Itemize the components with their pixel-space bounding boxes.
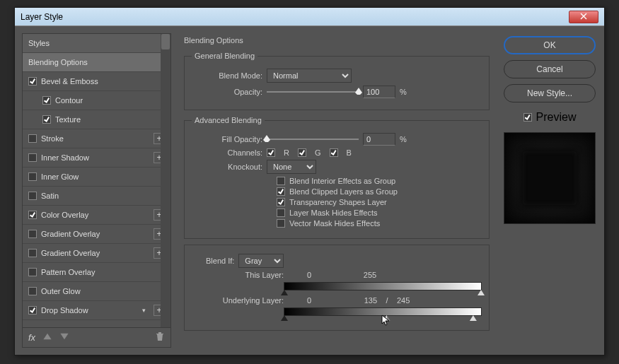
move-down-icon[interactable] [59, 331, 69, 344]
advanced-legend: Advanced Blending [192, 116, 265, 124]
underlying-low: 0 [288, 296, 330, 305]
transparency-shapes-label: Transparency Shapes Layer [289, 198, 387, 206]
style-item-drop-shadow[interactable]: Drop Shadow▾+ [23, 301, 170, 320]
style-label: Pattern Overlay [41, 268, 165, 276]
preview-swatch [504, 132, 596, 224]
style-label: Contour [55, 96, 165, 105]
blend-if-select[interactable]: Gray [238, 254, 284, 268]
style-checkbox[interactable] [28, 134, 37, 143]
channels-label: Channels: [192, 148, 262, 157]
underlying-white-stop[interactable] [470, 315, 477, 321]
transparency-shapes-checkbox[interactable] [277, 198, 285, 206]
styles-header[interactable]: Styles [23, 34, 170, 53]
knockout-select[interactable]: None [267, 160, 316, 174]
fx-menu[interactable]: fx [28, 332, 35, 343]
style-item-inner-shadow[interactable]: Inner Shadow+ [23, 148, 170, 168]
style-item-texture[interactable]: Texture [23, 110, 170, 129]
window-title: Layer Style [21, 12, 569, 22]
style-label: Gradient Overlay [41, 230, 149, 238]
opacity-slider[interactable] [267, 87, 359, 97]
this-layer-black-stop[interactable] [281, 290, 288, 295]
layer-mask-hides-label: Layer Mask Hides Effects [289, 209, 378, 217]
style-label: Bevel & Emboss [41, 77, 165, 86]
fill-opacity-input[interactable] [363, 133, 395, 146]
titlebar[interactable]: Layer Style [15, 8, 604, 26]
opacity-label: Opacity: [192, 88, 262, 96]
blend-clipped-label: Blend Clipped Layers as Group [289, 187, 398, 196]
style-label: Gradient Overlay [41, 249, 149, 257]
ok-button[interactable]: OK [504, 36, 596, 54]
style-checkbox[interactable] [28, 249, 37, 257]
this-layer-high: 255 [335, 271, 405, 279]
this-layer-low: 0 [288, 271, 330, 279]
move-up-icon[interactable] [42, 331, 52, 344]
blend-if-label: Blend If: [206, 257, 234, 265]
this-layer-white-stop[interactable] [478, 290, 485, 295]
style-item-satin[interactable]: Satin [23, 187, 170, 206]
cancel-button[interactable]: Cancel [504, 60, 596, 78]
underlying-black-stop[interactable] [281, 315, 288, 321]
general-blending-group: General Blending Blend Mode: Normal Opac… [184, 52, 490, 110]
layer-mask-hides-checkbox[interactable] [277, 209, 285, 217]
fill-opacity-slider[interactable] [267, 134, 359, 144]
preview-label: Preview [536, 111, 577, 124]
style-label: Stroke [41, 134, 149, 143]
style-checkbox[interactable] [28, 230, 37, 238]
channel-b-checkbox[interactable] [330, 148, 338, 157]
style-item-gradient-overlay[interactable]: Gradient Overlay+ [23, 244, 170, 263]
preview-checkbox[interactable] [523, 113, 532, 122]
knockout-label: Knockout: [192, 163, 262, 171]
style-label: Satin [41, 192, 165, 200]
style-label: Inner Shadow [41, 153, 149, 162]
style-checkbox[interactable] [28, 306, 37, 315]
fx-toolbar: fx [23, 327, 170, 347]
fill-opacity-label: Fill Opacity: [192, 135, 262, 143]
style-checkbox[interactable] [28, 192, 37, 200]
trash-icon[interactable] [155, 331, 165, 344]
style-checkbox[interactable] [28, 268, 37, 276]
style-label: Blending Options [28, 58, 165, 66]
cursor-icon [381, 315, 391, 327]
vector-mask-hides-checkbox[interactable] [277, 219, 285, 228]
blend-interior-checkbox[interactable] [277, 177, 285, 185]
style-item-gradient-overlay[interactable]: Gradient Overlay+ [23, 225, 170, 244]
scrollbar-thumb[interactable] [161, 34, 170, 49]
opacity-input[interactable] [363, 86, 395, 98]
style-item-contour[interactable]: Contour [23, 91, 170, 110]
style-label: Texture [55, 115, 165, 124]
right-panel: OK Cancel New Style... Preview [502, 33, 597, 348]
settings-panel: Blending Options General Blending Blend … [178, 33, 495, 348]
panel-title: Blending Options [184, 36, 490, 45]
style-checkbox[interactable] [28, 153, 37, 162]
style-checkbox[interactable] [28, 211, 37, 219]
close-button[interactable] [569, 11, 598, 23]
style-item-pattern-overlay[interactable]: Pattern Overlay [23, 263, 170, 282]
styles-panel: Styles Blending OptionsBevel & EmbossCon… [22, 33, 171, 348]
vector-mask-hides-label: Vector Mask Hides Effects [289, 219, 380, 228]
style-label: Drop Shadow [41, 306, 138, 315]
style-item-inner-glow[interactable]: Inner Glow [23, 168, 170, 187]
underlying-high: 245 [397, 296, 425, 305]
blend-interior-label: Blend Interior Effects as Group [289, 177, 395, 185]
style-checkbox[interactable] [42, 96, 51, 105]
new-style-button[interactable]: New Style... [504, 84, 596, 102]
this-layer-gradient[interactable] [284, 282, 482, 290]
style-label: Outer Glow [41, 287, 165, 295]
style-checkbox[interactable] [42, 115, 51, 124]
style-item-blending-options[interactable]: Blending Options [23, 53, 170, 72]
style-checkbox[interactable] [28, 77, 37, 86]
style-item-stroke[interactable]: Stroke+ [23, 129, 170, 148]
styles-scrollbar[interactable] [161, 34, 170, 327]
style-item-outer-glow[interactable]: Outer Glow [23, 282, 170, 301]
chevron-down-icon[interactable]: ▾ [142, 307, 149, 314]
blend-clipped-checkbox[interactable] [277, 187, 285, 196]
style-checkbox[interactable] [28, 172, 37, 181]
blend-if-group: Blend If: Gray This Layer: 0 255 Underly… [184, 245, 490, 331]
channel-r-checkbox[interactable] [267, 148, 275, 157]
blend-mode-select[interactable]: Normal [267, 69, 352, 83]
this-layer-label: This Layer: [192, 271, 284, 279]
style-item-bevel-emboss[interactable]: Bevel & Emboss [23, 72, 170, 91]
style-checkbox[interactable] [28, 287, 37, 295]
style-item-color-overlay[interactable]: Color Overlay+ [23, 206, 170, 225]
channel-g-checkbox[interactable] [298, 148, 306, 157]
